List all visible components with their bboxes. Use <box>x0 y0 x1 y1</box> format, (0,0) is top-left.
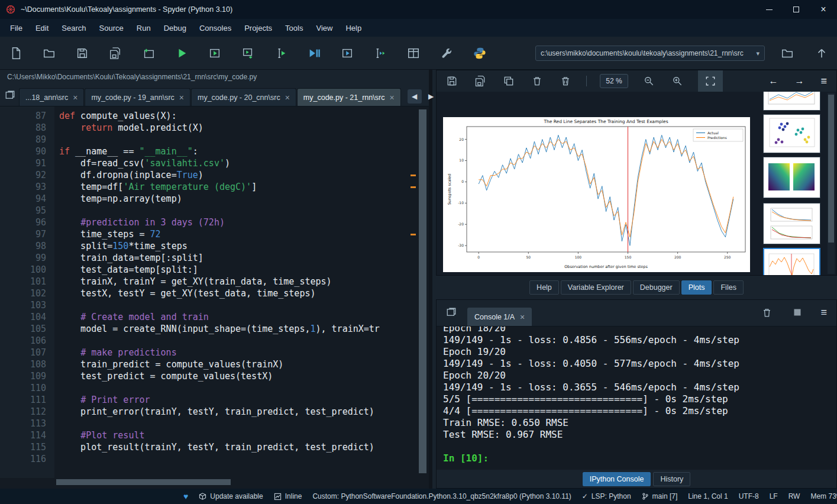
close-tab-icon[interactable]: × <box>73 93 77 102</box>
code-line[interactable]: 87def compute_values(X): <box>0 110 411 122</box>
code-line[interactable]: 97 time_steps = 72 <box>0 228 411 240</box>
plot-thumbnail-selected[interactable] <box>763 248 820 275</box>
zoom-out-button[interactable] <box>641 73 657 89</box>
menu-file[interactable]: File <box>4 21 29 35</box>
console-output[interactable]: Epoch 18/20149/149 - 1s - loss: 0.4856 -… <box>437 327 836 470</box>
run-cell-advance-button[interactable] <box>240 46 256 61</box>
debug-cell-button[interactable] <box>340 46 355 61</box>
tab-debugger[interactable]: Debugger <box>633 280 680 295</box>
plots-options-button[interactable]: ≡ <box>820 75 827 88</box>
code-line[interactable]: 106 <box>0 335 411 347</box>
code-line[interactable]: 113 <box>0 418 411 429</box>
tab-variable-explorer[interactable]: Variable Explorer <box>561 280 631 295</box>
menu-run[interactable]: Run <box>130 21 157 35</box>
remove-all-plots-button[interactable] <box>558 73 573 89</box>
zoom-in-button[interactable] <box>670 73 685 89</box>
tab-files[interactable]: Files <box>713 280 743 295</box>
copy-plot-button[interactable] <box>501 73 516 89</box>
plot-thumbnail[interactable] <box>763 92 820 111</box>
code-line[interactable]: 99 train_data=temp[:split] <box>0 252 411 264</box>
tab-ipython-console[interactable]: IPython Console <box>583 472 651 486</box>
menu-source[interactable]: Source <box>93 21 130 35</box>
code-line[interactable]: 102 testX, testY = get_XY(test_data, tim… <box>0 287 411 299</box>
menu-consoles[interactable]: Consoles <box>193 21 238 35</box>
remove-variables-button[interactable] <box>759 305 774 320</box>
menu-edit[interactable]: Edit <box>29 21 55 35</box>
save-all-button[interactable] <box>108 46 123 61</box>
close-button[interactable]: × <box>810 0 837 19</box>
code-line[interactable]: 104 # Create model and train <box>0 311 411 323</box>
code-line[interactable]: 112 print_error(trainY, testY, train_pre… <box>0 406 411 418</box>
open-file-button[interactable] <box>41 46 57 61</box>
next-plot-button[interactable]: → <box>794 76 804 86</box>
chevron-down-icon[interactable]: ▾ <box>756 50 760 57</box>
new-cell-button[interactable] <box>141 46 156 61</box>
run-selection-button[interactable] <box>273 46 289 61</box>
code-line[interactable]: 100 test_data=temp[split:] <box>0 264 411 276</box>
maximize-pane-button[interactable] <box>406 46 421 61</box>
python-interpreter-button[interactable] <box>472 46 487 61</box>
save-plot-button[interactable] <box>444 73 460 89</box>
scrollbar-thumb[interactable] <box>56 479 231 485</box>
parent-directory-button[interactable] <box>814 46 829 61</box>
working-directory-combobox[interactable]: c:\users\mikko\documents\koulu\tekoaly\a… <box>535 46 765 61</box>
run-cell-button[interactable] <box>207 46 222 61</box>
editor-vertical-scrollbar[interactable] <box>418 108 427 476</box>
code-line[interactable]: 89 <box>0 134 411 146</box>
tab-plots[interactable]: Plots <box>681 280 712 295</box>
code-line[interactable]: 108 train_predict = compute_values(train… <box>0 358 411 370</box>
plot-thumbnail[interactable] <box>763 203 820 244</box>
close-tab-icon[interactable]: × <box>179 93 184 102</box>
menu-projects[interactable]: Projects <box>238 21 279 35</box>
code-editor[interactable]: 87def compute_values(X):88 return model.… <box>0 106 429 489</box>
maximize-button[interactable] <box>783 0 810 19</box>
code-line[interactable]: 103 <box>0 299 411 311</box>
code-line[interactable]: 95 <box>0 205 411 217</box>
git-status[interactable]: main [7] <box>642 492 678 500</box>
plot-thumbnail[interactable] <box>763 114 820 153</box>
plot-thumbnail[interactable] <box>763 157 820 198</box>
code-line[interactable]: 98 split=150*time_steps <box>0 240 411 252</box>
thumbnails-scrollbar[interactable] <box>828 93 835 274</box>
interpreter-status[interactable]: Custom: PythonSoftwareFoundation.Python.… <box>312 492 571 500</box>
console-options-button[interactable]: ≡ <box>820 306 827 319</box>
run-to-line-button[interactable] <box>373 46 388 61</box>
previous-plot-button[interactable]: ← <box>768 76 778 86</box>
scrollbar-thumb[interactable] <box>828 95 834 243</box>
editor-tab[interactable]: my_code.py - 20_cnn\src× <box>191 88 296 106</box>
code-line[interactable]: 111 # Print error <box>0 394 411 406</box>
code-line[interactable]: 88 return model.predict(X) <box>0 122 411 134</box>
code-line[interactable]: 105 model = create_RNN(input_shape=(time… <box>0 323 411 335</box>
fit-plot-button[interactable] <box>698 70 723 92</box>
debug-button[interactable] <box>306 46 322 61</box>
menu-search[interactable]: Search <box>55 21 92 35</box>
code-line[interactable]: 114 #Plot result <box>0 429 411 441</box>
console-tab[interactable]: Console 1/A × <box>467 308 532 326</box>
previous-tab-button[interactable]: ◀ <box>408 89 422 104</box>
editor-horizontal-scrollbar[interactable] <box>0 479 416 486</box>
menu-debug[interactable]: Debug <box>157 21 193 35</box>
save-all-plots-button[interactable] <box>473 73 488 89</box>
menu-tools[interactable]: Tools <box>279 21 309 35</box>
code-line[interactable]: 90if __name__ == "__main__": <box>0 146 411 157</box>
update-status[interactable]: Update available <box>199 492 263 500</box>
tab-help[interactable]: Help <box>529 280 559 295</box>
editor-tab[interactable]: my_code.py - 21_rnn\src× <box>297 88 401 106</box>
code-line[interactable]: 107 # make predictions <box>0 347 411 358</box>
code-line[interactable]: 115 plot_result(trainY, testY, train_pre… <box>0 441 411 453</box>
code-line[interactable]: 92 df.dropna(inplace=True) <box>0 169 411 181</box>
browse-consoles-button[interactable] <box>446 307 457 318</box>
minimize-button[interactable] <box>755 0 783 19</box>
code-line[interactable]: 93 temp=df['Air temperature (degC)'] <box>0 181 411 193</box>
menu-view[interactable]: View <box>309 21 339 35</box>
close-tab-icon[interactable]: × <box>389 93 394 102</box>
interrupt-kernel-button[interactable] <box>790 305 805 320</box>
code-line[interactable]: 91 df=read_csv('savilahti.csv') <box>0 157 411 169</box>
browse-tabs-button[interactable] <box>5 88 15 103</box>
code-line[interactable]: 96 #prediction in 3 days (72h) <box>0 217 411 228</box>
lsp-status[interactable]: ✓LSP: Python <box>582 492 631 500</box>
run-button[interactable] <box>174 46 189 61</box>
tab-history[interactable]: History <box>653 472 690 486</box>
code-line[interactable]: 101 trainX, trainY = get_XY(train_data, … <box>0 276 411 287</box>
browse-directory-button[interactable] <box>780 46 795 61</box>
